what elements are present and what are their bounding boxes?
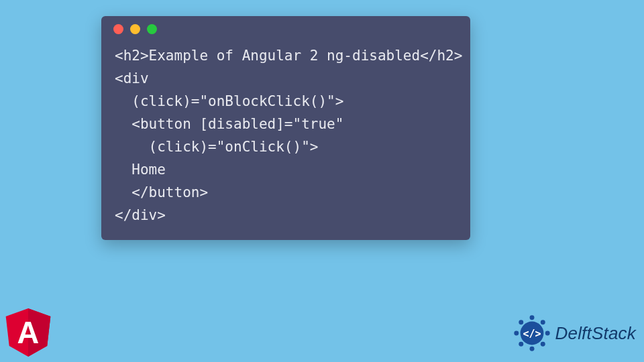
code-line: <button [disabled]="true" bbox=[115, 116, 343, 132]
maximize-icon[interactable] bbox=[147, 24, 157, 34]
angular-letter: A bbox=[17, 316, 40, 350]
close-icon[interactable] bbox=[113, 24, 123, 34]
delftstack-brand: </> DelftStack bbox=[513, 314, 637, 353]
code-line: (click)="onClick()"> bbox=[115, 139, 318, 155]
code-block: <h2>Example of Angular 2 ng-disabled</h2… bbox=[101, 42, 470, 240]
code-line: Home bbox=[115, 162, 166, 178]
code-line: <h2>Example of Angular 2 ng-disabled</h2… bbox=[115, 48, 462, 64]
window-titlebar bbox=[101, 16, 470, 42]
code-line: </div> bbox=[115, 207, 166, 223]
svg-point-10 bbox=[540, 342, 545, 347]
code-line: <div bbox=[115, 70, 149, 86]
angular-logo-icon: A bbox=[5, 308, 51, 357]
svg-point-9 bbox=[519, 342, 523, 347]
svg-point-3 bbox=[529, 315, 534, 320]
svg-point-8 bbox=[540, 320, 545, 324]
minimize-icon[interactable] bbox=[130, 24, 140, 34]
svg-point-4 bbox=[529, 347, 534, 351]
code-line: </button> bbox=[115, 184, 208, 200]
svg-point-6 bbox=[545, 331, 549, 336]
svg-point-5 bbox=[514, 331, 519, 336]
delftstack-badge-icon: </> bbox=[513, 314, 551, 353]
code-window: <h2>Example of Angular 2 ng-disabled</h2… bbox=[101, 16, 470, 240]
code-line: (click)="onBlockClick()"> bbox=[115, 93, 343, 109]
svg-text:</>: </> bbox=[523, 328, 541, 340]
svg-point-7 bbox=[519, 320, 523, 324]
delftstack-label: DelftStack bbox=[555, 323, 637, 344]
